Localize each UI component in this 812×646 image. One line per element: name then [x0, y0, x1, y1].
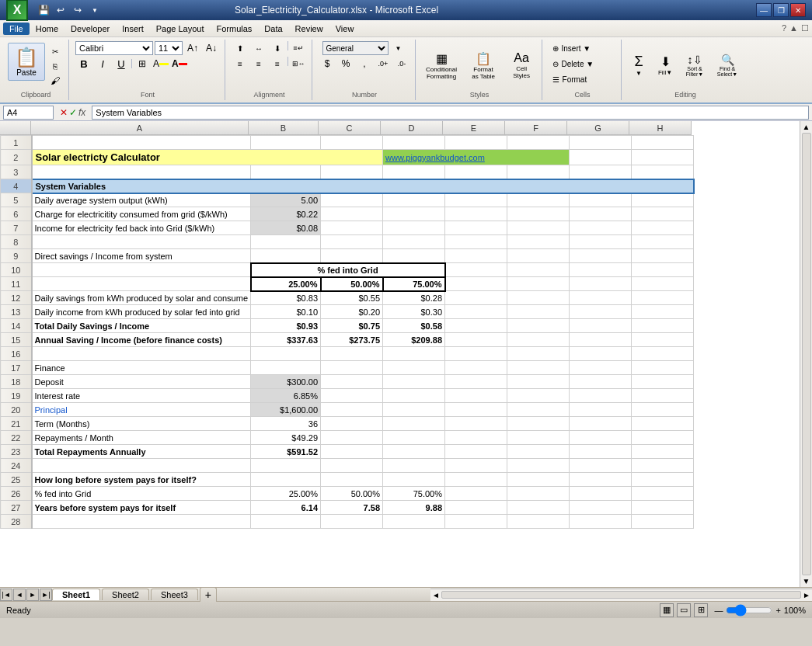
vertical-scrollbar[interactable]: ▲ ▼ — [800, 121, 812, 587]
cell-H21[interactable] — [632, 417, 694, 431]
cell-B5[interactable]: 5.00 — [251, 193, 321, 207]
insert-cells-button[interactable]: ⊕ Insert ▼ — [552, 41, 614, 55]
cell-G12[interactable] — [570, 291, 632, 305]
scroll-thumb-h[interactable] — [441, 591, 801, 599]
cancel-formula-icon[interactable]: ✕ — [60, 107, 68, 118]
cell-F15[interactable] — [507, 333, 570, 347]
row-num-4[interactable]: 4 — [1, 179, 32, 193]
cell-G9[interactable] — [570, 249, 632, 263]
cell-C24[interactable] — [321, 459, 383, 473]
ribbon-expand-icon[interactable]: ☐ — [801, 23, 809, 33]
cell-A26[interactable]: % fed into Grid — [32, 487, 251, 501]
cell-E19[interactable] — [445, 389, 507, 403]
cell-C13[interactable]: $0.20 — [321, 305, 383, 319]
wrap-text-button[interactable]: ≡↵ — [290, 41, 307, 55]
scroll-sheets-left-left[interactable]: |◄ — [0, 589, 12, 601]
row-num-12[interactable]: 12 — [1, 291, 32, 305]
cell-G11[interactable] — [570, 277, 632, 291]
cell-F10[interactable] — [507, 263, 570, 277]
undo-button[interactable]: ↩ — [53, 3, 68, 17]
row-num-23[interactable]: 23 — [1, 445, 32, 459]
cell-G7[interactable] — [570, 221, 632, 235]
cell-C12[interactable]: $0.55 — [321, 291, 383, 305]
cell-H12[interactable] — [632, 291, 694, 305]
cell-A16[interactable] — [32, 347, 251, 361]
decrease-decimal-button[interactable]: .0- — [393, 57, 410, 71]
cell-A22[interactable]: Repayments / Month — [32, 431, 251, 445]
cell-B16[interactable] — [251, 347, 321, 361]
delete-cells-button[interactable]: ⊖ Delete ▼ — [552, 57, 614, 71]
currency-button[interactable]: $ — [319, 57, 336, 71]
number-format-more[interactable]: ▼ — [390, 41, 407, 55]
row-num-9[interactable]: 9 — [1, 249, 32, 263]
cell-F14[interactable] — [507, 319, 570, 333]
cell-H27[interactable] — [632, 501, 694, 515]
scroll-left-button[interactable]: ◄ — [432, 591, 440, 599]
close-button[interactable]: ✕ — [790, 3, 806, 17]
row-num-27[interactable]: 27 — [1, 501, 32, 515]
cell-C11[interactable]: 50.00% — [321, 277, 383, 291]
cell-B9[interactable] — [251, 249, 321, 263]
cell-G5[interactable] — [570, 193, 632, 207]
cell-A25[interactable]: How long before system pays for itself? — [32, 473, 251, 487]
cell-D26[interactable]: 75.00% — [383, 487, 445, 501]
align-top-button[interactable]: ⬆ — [232, 41, 249, 55]
cell-F7[interactable] — [507, 221, 570, 235]
merge-center-button[interactable]: ⊞↔ — [290, 57, 307, 71]
cell-F25[interactable] — [507, 473, 570, 487]
cell-C28[interactable] — [321, 515, 383, 529]
menu-formulas[interactable]: Formulas — [211, 23, 259, 35]
cell-H19[interactable] — [632, 389, 694, 403]
cell-B8[interactable] — [251, 235, 321, 249]
comma-button[interactable]: , — [356, 57, 373, 71]
cell-E28[interactable] — [445, 515, 507, 529]
col-header-G[interactable]: G — [567, 121, 629, 135]
cell-E25[interactable] — [445, 473, 507, 487]
col-header-B[interactable]: B — [249, 121, 319, 135]
minimize-button[interactable]: — — [756, 3, 772, 17]
cell-B25[interactable] — [251, 473, 321, 487]
cell-D13[interactable]: $0.30 — [383, 305, 445, 319]
cell-F28[interactable] — [507, 515, 570, 529]
cell-B19[interactable]: 6.85% — [251, 389, 321, 403]
cell-D18[interactable] — [383, 375, 445, 389]
align-left-button[interactable]: ≡ — [232, 57, 249, 71]
cell-F20[interactable] — [507, 403, 570, 417]
cell-H17[interactable] — [632, 361, 694, 375]
row-num-21[interactable]: 21 — [1, 417, 32, 431]
cell-A28[interactable] — [32, 515, 251, 529]
zoom-slider[interactable] — [726, 604, 772, 616]
row-num-2[interactable]: 2 — [1, 150, 32, 165]
cell-H7[interactable] — [632, 221, 694, 235]
cell-A21[interactable]: Term (Months) — [32, 417, 251, 431]
cell-B6[interactable]: $0.22 — [251, 207, 321, 221]
cell-A20[interactable]: Principal — [32, 403, 251, 417]
cell-F6[interactable] — [507, 207, 570, 221]
menu-review[interactable]: Review — [289, 23, 329, 35]
cell-B15[interactable]: $337.63 — [251, 333, 321, 347]
increase-font-button[interactable]: A↑ — [184, 41, 201, 55]
cell-H9[interactable] — [632, 249, 694, 263]
cell-D5[interactable] — [383, 193, 445, 207]
cell-F19[interactable] — [507, 389, 570, 403]
cell-C7[interactable] — [321, 221, 383, 235]
row-num-5[interactable]: 5 — [1, 193, 32, 207]
cell-H22[interactable] — [632, 431, 694, 445]
cell-G17[interactable] — [570, 361, 632, 375]
cell-B27[interactable]: 6.14 — [251, 501, 321, 515]
page-layout-view-button[interactable]: ▭ — [677, 603, 691, 617]
cell-A14[interactable]: Total Daily Savings / Income — [32, 319, 251, 333]
fill-color-button[interactable]: A — [152, 57, 169, 71]
copy-button[interactable]: ⎘ — [47, 59, 64, 73]
ribbon-minimize-icon[interactable]: ▲ — [789, 23, 798, 33]
cell-B1[interactable] — [251, 136, 321, 150]
menu-developer[interactable]: Developer — [64, 23, 116, 35]
row-num-19[interactable]: 19 — [1, 389, 32, 403]
cell-F13[interactable] — [507, 305, 570, 319]
cell-D8[interactable] — [383, 235, 445, 249]
cell-G13[interactable] — [570, 305, 632, 319]
cell-G22[interactable] — [570, 431, 632, 445]
sheet-tab-sheet3[interactable]: Sheet3 — [151, 589, 198, 600]
cell-G24[interactable] — [570, 459, 632, 473]
cell-E1[interactable] — [445, 136, 507, 150]
